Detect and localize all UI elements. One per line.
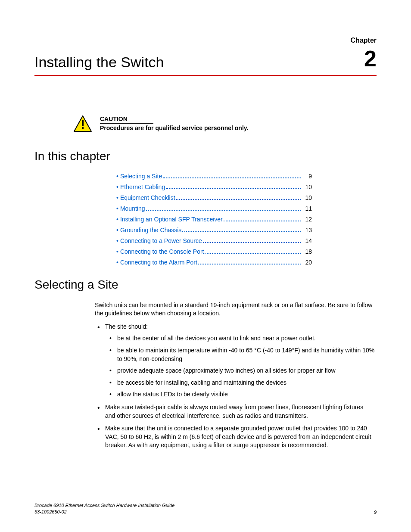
toc-label: Selecting a Site (120, 173, 162, 180)
list-item: be at the center of all the devices you … (105, 334, 375, 343)
page-title: Installing the Switch (34, 37, 377, 75)
toc-item[interactable]: • Selecting a Site 9 (116, 173, 312, 180)
toc-list: • Selecting a Site 9 • Ethernet Cabling … (116, 173, 312, 266)
bullet-icon: • (116, 259, 118, 266)
section-heading: Selecting a Site (34, 278, 377, 292)
intro-paragraph: Switch units can be mounted in a standar… (95, 301, 375, 317)
caution-block: CAUTION Procedures are for qualified ser… (73, 115, 377, 132)
toc-label: Connecting to a Power Source (120, 237, 202, 244)
toc-leader (146, 210, 301, 211)
footer-page-number: 9 (374, 510, 377, 515)
bullet-icon: • (116, 237, 118, 244)
warning-icon (73, 115, 92, 132)
list-item: Make sure that the unit is connected to … (95, 424, 375, 450)
toc-item[interactable]: • Equipment Checklist 10 (116, 194, 312, 201)
caution-text: CAUTION Procedures are for qualified ser… (100, 115, 248, 131)
toc-item[interactable]: • Ethernet Cabling 10 (116, 184, 312, 190)
toc-leader (203, 242, 301, 243)
bullet-icon: • (116, 216, 118, 223)
toc-leader (176, 199, 301, 200)
toc-leader (198, 264, 301, 264)
toc-page: 14 (302, 237, 312, 244)
toc-item[interactable]: • Installing an Optional SFP Transceiver… (116, 216, 312, 223)
toc-item[interactable]: • Grounding the Chassis 13 (116, 227, 312, 233)
list-item: Make sure twisted-pair cable is always r… (95, 403, 375, 420)
title-rule (34, 75, 377, 76)
bullet-icon: • (116, 173, 118, 180)
toc-page: 12 (302, 216, 312, 223)
toc-item[interactable]: • Connecting to a Power Source 14 (116, 237, 312, 244)
bullet-icon: • (116, 248, 118, 255)
list-item: provide adequate space (approximately tw… (105, 367, 375, 375)
list-item: be accessible for installing, cabling an… (105, 379, 375, 387)
toc-label: Mounting (120, 205, 145, 212)
toc-label: Grounding the Chassis (120, 227, 181, 233)
svg-rect-1 (82, 120, 84, 126)
toc-page: 9 (302, 173, 312, 180)
sub-bullet-list: be at the center of all the devices you … (105, 334, 375, 399)
toc-leader (205, 253, 301, 254)
toc-leader (224, 221, 301, 221)
bullet-icon: • (116, 227, 118, 233)
toc-item[interactable]: • Connecting to the Console Port 18 (116, 248, 312, 255)
chapter-label: Chapter (351, 37, 377, 44)
toc-page: 11 (302, 205, 312, 212)
caution-heading: CAUTION (100, 115, 153, 124)
toc-page: 18 (302, 248, 312, 255)
toc-item[interactable]: • Mounting 11 (116, 205, 312, 212)
toc-page: 13 (302, 227, 312, 233)
toc-leader (166, 188, 301, 189)
svg-rect-2 (82, 127, 84, 129)
page-footer: Brocade 6910 Ethernet Access Switch Hard… (34, 502, 377, 515)
footer-title: Brocade 6910 Ethernet Access Switch Hard… (34, 502, 175, 508)
footer-left: Brocade 6910 Ethernet Access Switch Hard… (34, 502, 175, 515)
bullet-list: The site should: be at the center of all… (95, 323, 375, 450)
chapter-number: 2 (364, 47, 377, 70)
toc-label: Equipment Checklist (120, 194, 175, 201)
toc-leader (182, 231, 301, 232)
toc-page: 10 (302, 194, 312, 201)
bullet-icon: • (116, 205, 118, 212)
toc-label: Ethernet Cabling (120, 184, 165, 190)
list-item: be able to maintain its temperature with… (105, 346, 375, 363)
bullet-icon: • (116, 194, 118, 201)
list-item-text: The site should: (105, 323, 148, 330)
toc-heading: In this chapter (34, 149, 377, 163)
caution-body: Procedures are for qualified service per… (100, 124, 248, 131)
chapter-header: Chapter 2 Installing the Switch (34, 37, 377, 75)
section-body: Switch units can be mounted in a standar… (95, 301, 375, 450)
footer-docnum: 53-1002650-02 (34, 509, 175, 515)
list-item: The site should: be at the center of all… (95, 323, 375, 399)
toc-label: Connecting to the Alarm Port (120, 259, 197, 266)
toc-page: 20 (302, 259, 312, 266)
toc-item[interactable]: • Connecting to the Alarm Port 20 (116, 259, 312, 266)
toc-page: 10 (302, 184, 312, 190)
toc-label: Installing an Optional SFP Transceiver (120, 216, 223, 223)
toc-leader (163, 177, 301, 178)
list-item: allow the status LEDs to be clearly visi… (105, 390, 375, 399)
bullet-icon: • (116, 184, 118, 190)
toc-label: Connecting to the Console Port (120, 248, 204, 255)
